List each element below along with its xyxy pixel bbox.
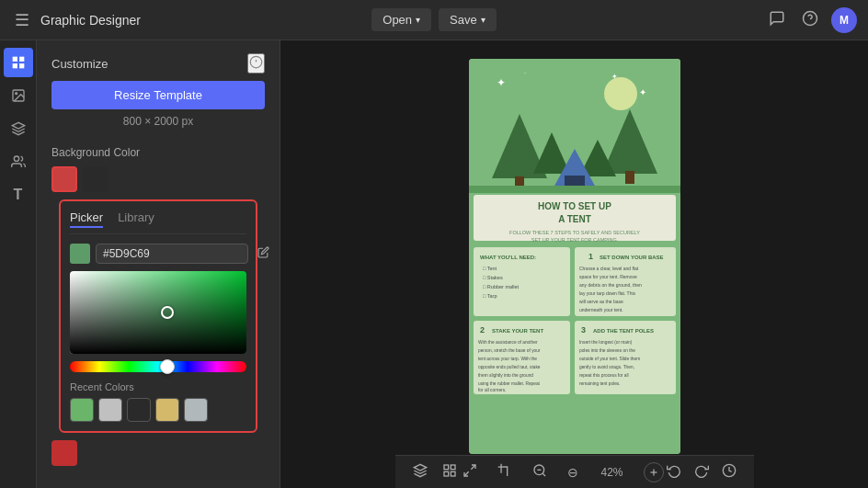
edit-hex-button[interactable] <box>254 244 273 263</box>
picker-hex-row: + <box>70 244 246 264</box>
info-button[interactable] <box>247 53 265 74</box>
svg-text:for all corners.: for all corners. <box>478 388 506 392</box>
panel-title: Customize <box>51 57 108 71</box>
svg-text:tent across your tarp. With th: tent across your tarp. With the <box>478 357 537 361</box>
recent-colors <box>70 398 246 422</box>
svg-text:them slightly into the ground: them slightly into the ground <box>478 373 533 378</box>
svg-rect-4 <box>13 63 17 68</box>
svg-marker-8 <box>12 122 24 129</box>
icon-bar: T <box>0 40 37 488</box>
recent-swatch-0[interactable] <box>70 398 94 422</box>
svg-text:A TENT: A TENT <box>558 214 591 224</box>
color-swatch-dark[interactable] <box>83 166 108 192</box>
open-label: Open <box>383 13 412 27</box>
comment-button[interactable] <box>765 6 789 34</box>
zoom-level: 42% <box>596 466 629 479</box>
svg-point-9 <box>14 156 18 161</box>
bottom-center-controls: ⊖ 42% <box>460 460 664 483</box>
svg-line-81 <box>542 473 545 476</box>
sidebar-item-customize[interactable] <box>4 48 33 77</box>
svg-text:person, stretch the base of yo: person, stretch the base of your <box>478 348 541 353</box>
svg-rect-76 <box>444 471 449 476</box>
svg-text:□ Rubber mallet: □ Rubber mallet <box>483 284 520 289</box>
svg-text:remaining tent poles.: remaining tent poles. <box>579 381 621 386</box>
svg-text:opposite ends pulled taut, sta: opposite ends pulled taut, stake <box>478 365 541 369</box>
svg-rect-77 <box>451 471 455 476</box>
svg-text:HOW TO SET UP: HOW TO SET UP <box>538 201 611 211</box>
bg-color-section: Background Color Picker Library <box>37 139 280 470</box>
recent-swatch-4[interactable] <box>184 398 208 422</box>
topbar-right: M <box>497 6 857 34</box>
extra-swatch-area <box>51 440 265 466</box>
redo-button[interactable] <box>691 460 712 483</box>
sidebar-item-layers[interactable] <box>4 114 33 143</box>
zoom-out-button[interactable] <box>530 460 550 483</box>
sidebar-item-image[interactable] <box>4 81 33 110</box>
svg-line-79 <box>464 471 469 476</box>
svg-text:FOLLOW THESE 7 STEPS TO SAFELY: FOLLOW THESE 7 STEPS TO SAFELY AND SECUR… <box>509 230 640 235</box>
recent-swatch-2[interactable] <box>127 398 151 422</box>
bottom-left-controls <box>410 460 460 483</box>
svg-text:space for your tent. Remove: space for your tent. Remove <box>579 274 637 279</box>
svg-text:underneath your tent.: underneath your tent. <box>579 307 623 312</box>
open-chevron: ▾ <box>416 15 420 25</box>
svg-text:SET UP YOUR TENT FOR CAMPING.: SET UP YOUR TENT FOR CAMPING. <box>531 237 618 243</box>
svg-rect-74 <box>444 465 449 470</box>
sidebar-item-users[interactable] <box>4 147 33 176</box>
resize-label: Resize Template <box>114 88 202 102</box>
svg-text:□ Tarp: □ Tarp <box>483 293 497 299</box>
hex-input[interactable] <box>96 244 248 264</box>
svg-text:will serve as the base: will serve as the base <box>579 299 623 304</box>
picker-tabs: Picker Library <box>70 210 246 234</box>
tab-picker[interactable]: Picker <box>70 210 103 228</box>
svg-text:SET DOWN YOUR BASE: SET DOWN YOUR BASE <box>600 255 664 260</box>
svg-text:With the assistance of another: With the assistance of another <box>478 340 538 345</box>
avatar[interactable]: M <box>831 7 857 33</box>
crop-button[interactable] <box>495 460 515 483</box>
bg-color-label: Background Color <box>51 146 265 159</box>
svg-text:2: 2 <box>480 325 485 335</box>
resize-template-button[interactable]: Resize Template <box>51 81 265 109</box>
fullscreen-button[interactable] <box>460 460 480 483</box>
zoom-minus-dash-button[interactable]: ⊖ <box>565 462 581 482</box>
current-color-swatch <box>70 244 90 264</box>
save-chevron: ▾ <box>481 15 485 25</box>
svg-text:STAKE YOUR TENT: STAKE YOUR TENT <box>492 328 543 334</box>
svg-rect-5 <box>19 63 24 68</box>
svg-text:·: · <box>524 69 526 77</box>
color-picker-popup: Picker Library <box>59 199 257 433</box>
left-panel: Customize Resize Template 800 × 2000 px … <box>37 40 280 488</box>
grid-view-button[interactable] <box>440 460 460 483</box>
svg-text:✦: ✦ <box>497 76 506 89</box>
color-swatches <box>51 166 265 192</box>
undo-button[interactable] <box>664 460 684 483</box>
layers-button[interactable] <box>410 460 430 483</box>
tab-library[interactable]: Library <box>118 210 154 228</box>
hue-slider[interactable] <box>70 361 246 372</box>
panel-header: Customize <box>37 40 280 81</box>
sidebar-item-text[interactable]: T <box>4 180 33 210</box>
color-swatch-red2[interactable] <box>51 440 77 466</box>
topbar-center: Open ▾ Save ▾ <box>371 8 496 31</box>
zoom-add-button[interactable] <box>644 462 664 482</box>
svg-text:any debris on the ground, then: any debris on the ground, then <box>579 282 642 288</box>
app-title: Graphic Designer <box>40 13 141 28</box>
recent-swatch-3[interactable] <box>155 398 179 422</box>
avatar-letter: M <box>839 14 849 27</box>
history-button[interactable] <box>719 460 739 483</box>
canvas-dimensions: 800 × 2000 px <box>37 115 280 128</box>
svg-text:repeat this process for all: repeat this process for all <box>579 373 629 378</box>
recent-swatch-1[interactable] <box>98 398 122 422</box>
color-swatch-red[interactable] <box>51 166 77 192</box>
save-button[interactable]: Save ▾ <box>439 8 497 31</box>
picker-cursor <box>161 306 174 319</box>
bottom-right-controls <box>664 460 739 483</box>
svg-text:poles into the sleeves on the: poles into the sleeves on the <box>579 348 635 353</box>
svg-text:Insert the longest (or main): Insert the longest (or main) <box>579 340 633 345</box>
help-button[interactable] <box>798 6 822 34</box>
infographic: ✦ ✦ ✦ · <box>469 59 680 454</box>
gradient-canvas[interactable] <box>70 271 246 354</box>
menu-button[interactable]: ☰ <box>11 6 33 34</box>
open-button[interactable]: Open ▾ <box>371 8 431 31</box>
recent-colors-label: Recent Colors <box>70 381 246 392</box>
